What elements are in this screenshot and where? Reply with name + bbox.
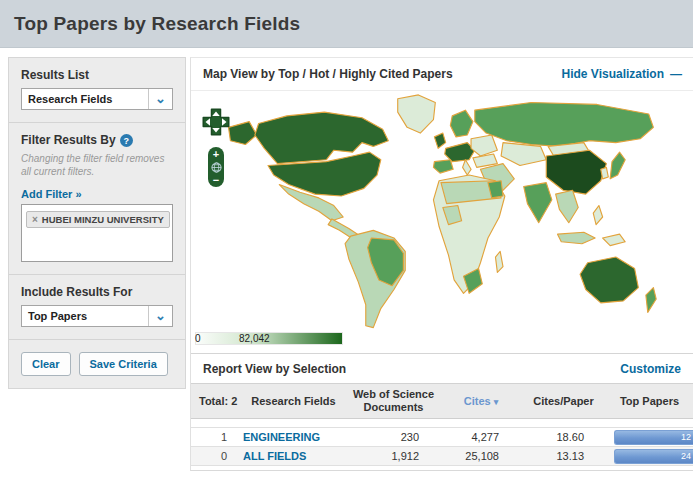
top-papers-value: 24 — [681, 451, 691, 461]
clear-button[interactable]: Clear — [21, 352, 71, 376]
map-region-japan[interactable] — [610, 152, 625, 179]
sidebar-buttons: Clear Save Criteria — [9, 340, 185, 388]
map-region-indochina[interactable] — [556, 190, 579, 222]
chevron-down-icon[interactable]: ⌄ — [148, 89, 172, 109]
map-view-header: Map View by Top / Hot / Highly Cited Pap… — [191, 58, 693, 91]
field-link-engineering[interactable]: ENGINEERING — [243, 431, 320, 443]
filter-section: Filter Results By? Changing the filter f… — [9, 123, 185, 275]
results-list-dropdown[interactable]: Research Fields ⌄ — [21, 88, 173, 110]
column-header-research-fields[interactable]: Research Fields — [241, 384, 346, 419]
table-header-row: Total: 2 Research Fields Web of Science … — [191, 384, 693, 419]
documents-value: 230 — [346, 428, 441, 447]
cites-per-paper-value: 13.13 — [521, 447, 606, 466]
table-row: 0 ALL FIELDS 1,912 25,108 13.13 24 — [191, 447, 693, 466]
include-results-selected-value: Top Papers — [22, 306, 148, 326]
filter-label: Filter Results By? — [21, 133, 173, 147]
row-rank: 0 — [191, 447, 241, 466]
column-header-top-papers[interactable]: Top Papers — [606, 384, 693, 419]
results-list-selected-value: Research Fields — [22, 89, 148, 109]
include-results-label: Include Results For — [21, 285, 173, 299]
map-pan-control[interactable] — [201, 103, 231, 141]
chevron-down-icon[interactable]: ⌄ — [148, 306, 172, 326]
page-title-bar: Top Papers by Research Fields — [0, 0, 693, 48]
map-region-new-guinea[interactable] — [603, 234, 626, 245]
results-list-label: Results List — [21, 68, 173, 82]
map-region-central-asia[interactable] — [501, 143, 546, 166]
choropleth-world-map[interactable] — [221, 93, 691, 341]
help-icon[interactable]: ? — [120, 134, 133, 147]
map-region-eastern-europe[interactable] — [471, 135, 497, 156]
customize-link[interactable]: Customize — [620, 362, 681, 376]
map-region-madagascar[interactable] — [495, 251, 503, 272]
criteria-sidebar: Results List Research Fields ⌄ Filter Re… — [8, 57, 186, 389]
map-region-new-zealand[interactable] — [646, 288, 656, 313]
documents-value: 1,912 — [346, 447, 441, 466]
map-region-central-europe[interactable] — [445, 143, 475, 162]
cites-per-paper-value: 18.60 — [521, 428, 606, 447]
map-region-india[interactable] — [524, 183, 552, 223]
cites-value: 25,108 — [441, 447, 521, 466]
add-filter-link[interactable]: Add Filter » — [21, 188, 82, 200]
top-papers-value: 12 — [681, 432, 691, 442]
globe-icon[interactable] — [211, 162, 222, 173]
minus-icon: — — [670, 67, 681, 81]
page-title: Top Papers by Research Fields — [14, 13, 300, 35]
content-area: Results List Research Fields ⌄ Filter Re… — [0, 48, 693, 482]
map-region-alaska[interactable] — [229, 122, 257, 145]
map-region-uk[interactable] — [434, 133, 445, 148]
remove-filter-icon[interactable]: × — [32, 214, 38, 225]
map-region-scandinavia[interactable] — [450, 110, 473, 137]
map-region-korea[interactable] — [601, 167, 609, 178]
results-list-section: Results List Research Fields ⌄ — [9, 58, 185, 123]
zoom-in-icon[interactable]: + — [213, 149, 219, 159]
column-header-documents[interactable]: Web of Science Documents — [346, 384, 441, 419]
column-header-cites-per-paper[interactable]: Cites/Paper — [521, 384, 606, 419]
zoom-out-icon[interactable]: − — [213, 175, 219, 185]
column-header-cites-sorted[interactable]: Cites ▾ — [441, 384, 521, 419]
results-panel: Map View by Top / Hot / Highly Cited Pap… — [190, 57, 693, 471]
map-region-indonesia[interactable] — [558, 232, 596, 243]
filter-note: Changing the filter field removes all cu… — [21, 153, 173, 178]
field-link-all-fields[interactable]: ALL FIELDS — [243, 450, 306, 462]
map-view-title: Map View by Top / Hot / Highly Cited Pap… — [203, 67, 453, 81]
results-table: Total: 2 Research Fields Web of Science … — [191, 383, 693, 466]
map-region-philippines[interactable] — [593, 206, 602, 225]
sort-desc-icon: ▾ — [494, 397, 499, 407]
spacer-row — [191, 419, 693, 428]
scale-max-label: 82,042 — [239, 333, 270, 344]
filter-tag-label: HUBEI MINZU UNIVERSITY — [42, 214, 164, 225]
top-papers-bar: 24 — [614, 449, 693, 464]
scale-min-label: 0 — [195, 333, 201, 344]
map-region-australia[interactable] — [580, 257, 638, 303]
map-region-russia[interactable] — [475, 103, 654, 147]
world-map-area: + − 0 82,042 — [191, 91, 693, 353]
filter-tag-box: × HUBEI MINZU UNIVERSITY — [21, 204, 173, 262]
top-papers-bar: 12 — [614, 430, 693, 445]
save-criteria-button[interactable]: Save Criteria — [79, 352, 168, 376]
table-row: 1 ENGINEERING 230 4,277 18.60 12 — [191, 428, 693, 447]
map-zoom-control[interactable]: + − — [208, 147, 224, 187]
include-results-section: Include Results For Top Papers ⌄ — [9, 275, 185, 340]
report-view-title: Report View by Selection — [203, 362, 346, 376]
filter-tag[interactable]: × HUBEI MINZU UNIVERSITY — [26, 211, 170, 228]
include-results-dropdown[interactable]: Top Papers ⌄ — [21, 305, 173, 327]
map-region-iberia[interactable] — [433, 160, 453, 173]
map-region-italy[interactable] — [463, 160, 471, 175]
map-region-china[interactable] — [546, 150, 606, 194]
report-view-header: Report View by Selection Customize — [191, 353, 693, 383]
map-region-greenland[interactable] — [398, 95, 436, 133]
total-count-label: Total: 2 — [191, 384, 241, 419]
hide-visualization-link[interactable]: Hide Visualization — — [562, 67, 681, 81]
cites-value: 4,277 — [441, 428, 521, 447]
row-rank: 1 — [191, 428, 241, 447]
